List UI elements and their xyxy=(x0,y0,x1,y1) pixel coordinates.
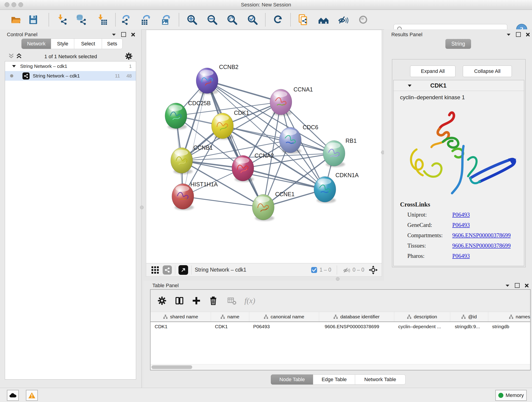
column-header[interactable]: shared name xyxy=(151,312,211,322)
genecard-link[interactable]: P06493 xyxy=(452,220,470,230)
export-view-button[interactable] xyxy=(178,265,188,275)
column-header[interactable]: description xyxy=(394,312,450,322)
zoom-selected-icon xyxy=(247,14,258,26)
hidden-eye-icon[interactable] xyxy=(342,266,350,274)
open-session-button[interactable] xyxy=(10,13,22,26)
warning-triangle-icon xyxy=(28,392,36,399)
network-node-ccnb2[interactable] xyxy=(196,68,218,95)
network-node-ccnb1[interactable] xyxy=(171,148,193,174)
export-network-button[interactable] xyxy=(120,13,132,26)
network-node-cdk1[interactable] xyxy=(211,113,234,140)
toolbar-separator xyxy=(265,13,266,26)
network-node-hist1h1a[interactable] xyxy=(172,184,194,210)
panel-close-icon[interactable] xyxy=(131,32,135,37)
tab-network-table[interactable]: Network Table xyxy=(355,375,405,385)
results-panel-title: Results Panel xyxy=(391,32,423,38)
tab-node-table[interactable]: Node Table xyxy=(271,375,313,385)
create-column-plus-icon[interactable] xyxy=(192,296,201,305)
horizontal-splitter-handle[interactable] xyxy=(336,277,340,281)
panel-float-icon[interactable] xyxy=(121,32,126,37)
network-node-cdkn1a[interactable] xyxy=(314,177,336,203)
crosslink-row: Tissues:9606.ENSP00000378699 xyxy=(407,240,524,251)
network-edge-ccnb2-ccne1[interactable] xyxy=(207,81,263,207)
column-type-icon xyxy=(264,314,268,319)
expander-icon[interactable] xyxy=(12,65,16,68)
cloud-status-button[interactable] xyxy=(7,390,19,401)
panel-menu-icon[interactable] xyxy=(112,33,116,36)
compartments-link[interactable]: 9606.ENSP00000378699 xyxy=(452,230,511,240)
export-table-button[interactable] xyxy=(140,13,152,26)
tissues-link[interactable]: 9606.ENSP00000378699 xyxy=(452,240,511,251)
network-canvas[interactable]: CCNB2CCNA1CDC25BCDK1CDC6RB1CCNB1CCNA2CDK… xyxy=(146,30,382,263)
column-header[interactable]: database identifier xyxy=(319,312,394,322)
protein-section-header[interactable]: CDK1 xyxy=(394,80,524,91)
birdseye-grid-icon[interactable] xyxy=(151,266,159,274)
panel-close-icon[interactable] xyxy=(525,283,529,288)
network-overview-toggle[interactable] xyxy=(163,265,172,274)
column-header[interactable]: @id xyxy=(450,312,488,322)
memory-button[interactable]: Memory xyxy=(495,390,527,401)
network-node-ccna2[interactable] xyxy=(232,155,254,182)
panel-menu-icon[interactable] xyxy=(505,284,510,287)
delete-column-trash-icon[interactable] xyxy=(209,296,218,305)
zoom-fit-button[interactable] xyxy=(226,13,238,26)
panel-close-icon[interactable] xyxy=(526,32,530,37)
tab-string[interactable]: String xyxy=(445,39,471,49)
node-label-ccna1: CCNA1 xyxy=(293,86,313,93)
column-header[interactable]: name xyxy=(211,312,249,322)
hide-graphics-button[interactable] xyxy=(337,13,349,26)
collapse-arrow-icon[interactable] xyxy=(407,84,412,87)
import-network-button[interactable] xyxy=(56,13,68,26)
scrollbar-thumb[interactable] xyxy=(152,365,192,369)
save-session-button[interactable] xyxy=(27,13,39,26)
results-content-box: Expand All Collapse All CDK1 cyclin–depe… xyxy=(392,59,526,267)
horizontal-scrollbar[interactable] xyxy=(151,364,530,370)
network-row-selected[interactable]: String Network – cdk1 11 48 xyxy=(5,71,136,81)
zoom-selected-button[interactable] xyxy=(246,13,259,26)
left-splitter-handle[interactable] xyxy=(140,206,144,209)
network-edge-hist1h1a-ccne1[interactable] xyxy=(183,196,263,207)
tab-network[interactable]: Network xyxy=(21,38,51,49)
network-collection-row[interactable]: String Network – cdk1 1 xyxy=(5,61,136,71)
separator xyxy=(191,265,191,274)
network-node-cdc25b[interactable] xyxy=(165,103,187,129)
collapse-all-button[interactable]: Collapse All xyxy=(463,65,512,77)
refresh-button[interactable] xyxy=(272,13,284,26)
tab-sets[interactable]: Sets xyxy=(102,38,123,49)
pharos-link[interactable]: P06493 xyxy=(452,251,470,261)
tab-edge-table[interactable]: Edge Table xyxy=(313,375,355,385)
fit-content-crosshair-icon[interactable] xyxy=(368,265,378,275)
warning-status-button[interactable] xyxy=(26,390,38,401)
panel-menu-icon[interactable] xyxy=(506,33,511,36)
panel-float-icon[interactable] xyxy=(516,32,521,37)
network-node-cdc6[interactable] xyxy=(279,127,301,154)
show-details-button[interactable] xyxy=(357,13,369,26)
uniprot-link[interactable]: P06493 xyxy=(452,210,470,220)
import-network-from-database-button[interactable] xyxy=(75,13,87,26)
column-header[interactable]: canonical name xyxy=(249,312,319,322)
export-image-button[interactable] xyxy=(160,13,172,26)
zoom-in-button[interactable] xyxy=(186,13,198,26)
file-network-button[interactable] xyxy=(297,13,309,26)
control-panel: Control Panel Network Style Select Sets … xyxy=(0,29,142,388)
column-type-icon xyxy=(220,314,225,319)
column-header[interactable]: namespace xyxy=(488,312,531,322)
tab-style[interactable]: Style xyxy=(51,38,75,49)
network-node-ccna1[interactable] xyxy=(270,89,292,116)
table-options-gear-icon[interactable] xyxy=(157,296,167,305)
tab-select[interactable]: Select xyxy=(74,38,102,49)
houses-button[interactable] xyxy=(317,13,330,26)
network-node-ccne1[interactable] xyxy=(252,194,274,221)
panel-float-icon[interactable] xyxy=(515,283,520,288)
network-list: String Network – cdk1 1 String Network –… xyxy=(5,61,136,380)
import-table-button[interactable] xyxy=(96,13,108,26)
selected-checkbox-icon[interactable] xyxy=(311,267,317,273)
network-edge-ccnb2-hist1h1a[interactable] xyxy=(183,81,207,196)
expand-all-button[interactable]: Expand All xyxy=(410,65,456,77)
network-canvas-svg[interactable]: CCNB2CCNA1CDC25BCDK1CDC6RB1CCNB1CCNA2CDK… xyxy=(146,30,382,263)
zoom-out-button[interactable] xyxy=(206,13,218,26)
show-columns-icon[interactable] xyxy=(175,296,184,305)
network-options-button[interactable] xyxy=(125,52,133,61)
memory-label: Memory xyxy=(506,392,524,398)
network-node-rb1[interactable] xyxy=(323,140,345,167)
